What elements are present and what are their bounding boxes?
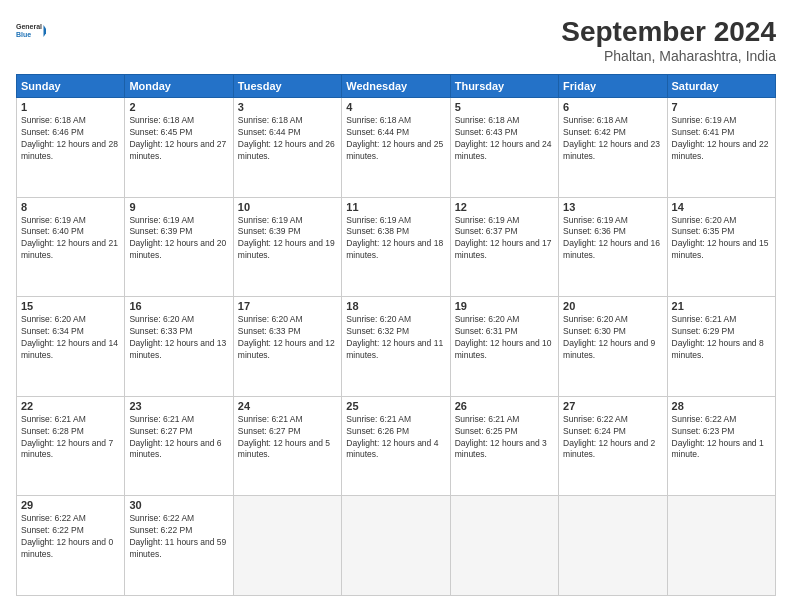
table-row: 12 Sunrise: 6:19 AM Sunset: 6:37 PM Dayl… — [450, 197, 558, 297]
day-number: 24 — [238, 400, 337, 412]
table-row: 19 Sunrise: 6:20 AM Sunset: 6:31 PM Dayl… — [450, 297, 558, 397]
day-info: Sunrise: 6:22 AM Sunset: 6:22 PM Dayligh… — [21, 513, 120, 561]
day-info: Sunrise: 6:19 AM Sunset: 6:37 PM Dayligh… — [455, 215, 554, 263]
table-row: 15 Sunrise: 6:20 AM Sunset: 6:34 PM Dayl… — [17, 297, 125, 397]
table-row: 7 Sunrise: 6:19 AM Sunset: 6:41 PM Dayli… — [667, 98, 775, 198]
day-info: Sunrise: 6:20 AM Sunset: 6:30 PM Dayligh… — [563, 314, 662, 362]
day-number: 25 — [346, 400, 445, 412]
day-number: 4 — [346, 101, 445, 113]
table-row: 24 Sunrise: 6:21 AM Sunset: 6:27 PM Dayl… — [233, 396, 341, 496]
day-info: Sunrise: 6:21 AM Sunset: 6:28 PM Dayligh… — [21, 414, 120, 462]
calendar-table: Sunday Monday Tuesday Wednesday Thursday… — [16, 74, 776, 596]
table-row: 21 Sunrise: 6:21 AM Sunset: 6:29 PM Dayl… — [667, 297, 775, 397]
svg-marker-2 — [44, 25, 47, 37]
logo-svg: General Blue — [16, 16, 46, 46]
table-row: 11 Sunrise: 6:19 AM Sunset: 6:38 PM Dayl… — [342, 197, 450, 297]
day-info: Sunrise: 6:18 AM Sunset: 6:46 PM Dayligh… — [21, 115, 120, 163]
table-row — [342, 496, 450, 596]
table-row: 9 Sunrise: 6:19 AM Sunset: 6:39 PM Dayli… — [125, 197, 233, 297]
month-title: September 2024 — [561, 16, 776, 48]
day-info: Sunrise: 6:20 AM Sunset: 6:32 PM Dayligh… — [346, 314, 445, 362]
day-info: Sunrise: 6:21 AM Sunset: 6:29 PM Dayligh… — [672, 314, 771, 362]
day-number: 17 — [238, 300, 337, 312]
day-info: Sunrise: 6:21 AM Sunset: 6:27 PM Dayligh… — [129, 414, 228, 462]
day-info: Sunrise: 6:20 AM Sunset: 6:31 PM Dayligh… — [455, 314, 554, 362]
day-info: Sunrise: 6:19 AM Sunset: 6:38 PM Dayligh… — [346, 215, 445, 263]
day-info: Sunrise: 6:22 AM Sunset: 6:22 PM Dayligh… — [129, 513, 228, 561]
table-row — [667, 496, 775, 596]
location-title: Phaltan, Maharashtra, India — [561, 48, 776, 64]
logo: General Blue — [16, 16, 46, 46]
table-row: 4 Sunrise: 6:18 AM Sunset: 6:44 PM Dayli… — [342, 98, 450, 198]
day-info: Sunrise: 6:18 AM Sunset: 6:44 PM Dayligh… — [238, 115, 337, 163]
table-row: 3 Sunrise: 6:18 AM Sunset: 6:44 PM Dayli… — [233, 98, 341, 198]
table-row: 18 Sunrise: 6:20 AM Sunset: 6:32 PM Dayl… — [342, 297, 450, 397]
day-number: 28 — [672, 400, 771, 412]
day-info: Sunrise: 6:18 AM Sunset: 6:42 PM Dayligh… — [563, 115, 662, 163]
table-row: 2 Sunrise: 6:18 AM Sunset: 6:45 PM Dayli… — [125, 98, 233, 198]
table-row: 6 Sunrise: 6:18 AM Sunset: 6:42 PM Dayli… — [559, 98, 667, 198]
day-number: 20 — [563, 300, 662, 312]
day-number: 9 — [129, 201, 228, 213]
table-row: 8 Sunrise: 6:19 AM Sunset: 6:40 PM Dayli… — [17, 197, 125, 297]
table-row: 27 Sunrise: 6:22 AM Sunset: 6:24 PM Dayl… — [559, 396, 667, 496]
day-info: Sunrise: 6:21 AM Sunset: 6:27 PM Dayligh… — [238, 414, 337, 462]
day-number: 22 — [21, 400, 120, 412]
table-row: 20 Sunrise: 6:20 AM Sunset: 6:30 PM Dayl… — [559, 297, 667, 397]
title-block: September 2024 Phaltan, Maharashtra, Ind… — [561, 16, 776, 64]
day-info: Sunrise: 6:19 AM Sunset: 6:36 PM Dayligh… — [563, 215, 662, 263]
day-number: 7 — [672, 101, 771, 113]
day-number: 12 — [455, 201, 554, 213]
table-row — [559, 496, 667, 596]
col-sunday: Sunday — [17, 75, 125, 98]
col-tuesday: Tuesday — [233, 75, 341, 98]
table-row: 16 Sunrise: 6:20 AM Sunset: 6:33 PM Dayl… — [125, 297, 233, 397]
table-row: 10 Sunrise: 6:19 AM Sunset: 6:39 PM Dayl… — [233, 197, 341, 297]
svg-text:Blue: Blue — [16, 31, 31, 38]
day-number: 26 — [455, 400, 554, 412]
col-wednesday: Wednesday — [342, 75, 450, 98]
day-number: 11 — [346, 201, 445, 213]
day-number: 27 — [563, 400, 662, 412]
day-number: 13 — [563, 201, 662, 213]
day-info: Sunrise: 6:19 AM Sunset: 6:41 PM Dayligh… — [672, 115, 771, 163]
day-info: Sunrise: 6:18 AM Sunset: 6:44 PM Dayligh… — [346, 115, 445, 163]
table-row: 26 Sunrise: 6:21 AM Sunset: 6:25 PM Dayl… — [450, 396, 558, 496]
day-number: 29 — [21, 499, 120, 511]
table-row — [450, 496, 558, 596]
day-info: Sunrise: 6:18 AM Sunset: 6:45 PM Dayligh… — [129, 115, 228, 163]
table-row: 29 Sunrise: 6:22 AM Sunset: 6:22 PM Dayl… — [17, 496, 125, 596]
table-row: 17 Sunrise: 6:20 AM Sunset: 6:33 PM Dayl… — [233, 297, 341, 397]
day-number: 8 — [21, 201, 120, 213]
svg-text:General: General — [16, 23, 42, 30]
day-number: 23 — [129, 400, 228, 412]
day-info: Sunrise: 6:19 AM Sunset: 6:39 PM Dayligh… — [129, 215, 228, 263]
col-monday: Monday — [125, 75, 233, 98]
day-info: Sunrise: 6:21 AM Sunset: 6:26 PM Dayligh… — [346, 414, 445, 462]
col-friday: Friday — [559, 75, 667, 98]
table-row: 1 Sunrise: 6:18 AM Sunset: 6:46 PM Dayli… — [17, 98, 125, 198]
table-row: 22 Sunrise: 6:21 AM Sunset: 6:28 PM Dayl… — [17, 396, 125, 496]
day-number: 21 — [672, 300, 771, 312]
table-row: 5 Sunrise: 6:18 AM Sunset: 6:43 PM Dayli… — [450, 98, 558, 198]
day-info: Sunrise: 6:18 AM Sunset: 6:43 PM Dayligh… — [455, 115, 554, 163]
page: General Blue September 2024 Phaltan, Mah… — [0, 0, 792, 612]
day-number: 16 — [129, 300, 228, 312]
table-row: 30 Sunrise: 6:22 AM Sunset: 6:22 PM Dayl… — [125, 496, 233, 596]
day-number: 1 — [21, 101, 120, 113]
day-info: Sunrise: 6:21 AM Sunset: 6:25 PM Dayligh… — [455, 414, 554, 462]
day-number: 18 — [346, 300, 445, 312]
day-info: Sunrise: 6:22 AM Sunset: 6:23 PM Dayligh… — [672, 414, 771, 462]
table-row: 23 Sunrise: 6:21 AM Sunset: 6:27 PM Dayl… — [125, 396, 233, 496]
day-number: 15 — [21, 300, 120, 312]
day-info: Sunrise: 6:20 AM Sunset: 6:33 PM Dayligh… — [129, 314, 228, 362]
day-number: 14 — [672, 201, 771, 213]
day-info: Sunrise: 6:20 AM Sunset: 6:34 PM Dayligh… — [21, 314, 120, 362]
day-number: 3 — [238, 101, 337, 113]
col-thursday: Thursday — [450, 75, 558, 98]
day-info: Sunrise: 6:19 AM Sunset: 6:40 PM Dayligh… — [21, 215, 120, 263]
table-row: 14 Sunrise: 6:20 AM Sunset: 6:35 PM Dayl… — [667, 197, 775, 297]
day-info: Sunrise: 6:20 AM Sunset: 6:35 PM Dayligh… — [672, 215, 771, 263]
col-saturday: Saturday — [667, 75, 775, 98]
table-row: 25 Sunrise: 6:21 AM Sunset: 6:26 PM Dayl… — [342, 396, 450, 496]
